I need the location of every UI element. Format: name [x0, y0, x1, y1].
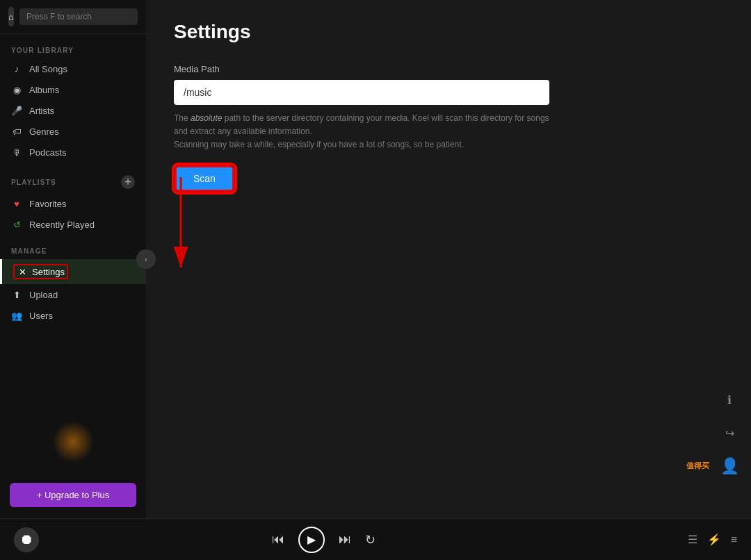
- home-button[interactable]: ⌂: [8, 7, 14, 26]
- artists-icon: 🎤: [11, 105, 22, 116]
- prev-button[interactable]: ⏮: [272, 532, 284, 547]
- upload-label: Upload: [29, 290, 58, 300]
- podcasts-label: Podcasts: [29, 147, 66, 158]
- play-button[interactable]: ▶: [298, 527, 325, 553]
- scan-button[interactable]: Scan: [175, 166, 234, 191]
- sidebar-item-upload[interactable]: ⬆ Upload: [0, 284, 146, 305]
- manage-section-label: MANAGE: [0, 235, 146, 259]
- player-right: ☰ ⚡ ≡: [598, 533, 737, 546]
- media-path-label: Media Path: [174, 64, 549, 74]
- media-path-input[interactable]: [174, 80, 549, 105]
- albums-label: Albums: [29, 85, 59, 95]
- side-icons: ℹ ↪ 👤: [719, 389, 740, 477]
- settings-label: Settings: [32, 267, 65, 277]
- queue-button[interactable]: ☰: [688, 533, 697, 546]
- watermark-text: 值得买: [686, 461, 709, 471]
- playlists-header: PLAYLISTS +: [0, 163, 146, 193]
- recent-icon: ↺: [11, 219, 22, 230]
- add-playlist-button[interactable]: +: [121, 175, 135, 189]
- sidebar-item-albums[interactable]: ◉ Albums: [0, 79, 146, 100]
- player-bar: ⏺ ⏮ ▶ ⏭ ↻ ☰ ⚡ ≡: [0, 518, 751, 560]
- scan-highlight-box: Scan: [174, 165, 235, 192]
- search-input[interactable]: [19, 8, 138, 25]
- upgrade-button[interactable]: + Upgrade to Plus: [10, 483, 136, 507]
- recently-played-label: Recently Played: [29, 220, 95, 230]
- favorites-label: Favorites: [29, 199, 66, 209]
- info-button[interactable]: ℹ: [719, 389, 740, 410]
- sidebar-item-artists[interactable]: 🎤 Artists: [0, 100, 146, 121]
- heart-icon: ♥: [11, 198, 22, 209]
- player-left: ⏺: [14, 527, 49, 552]
- playlists-label: PLAYLISTS: [11, 179, 56, 186]
- users-label: Users: [29, 311, 53, 321]
- logout-button[interactable]: ↪: [719, 422, 740, 443]
- settings-section: Media Path The absolute path to the serv…: [174, 64, 549, 192]
- library-section-label: YOUR LIBRARY: [0, 34, 146, 58]
- main-content: Settings Media Path The absolute path to…: [146, 0, 751, 518]
- sidebar-item-favorites[interactable]: ♥ Favorites: [0, 193, 146, 214]
- album-thumb: ⏺: [14, 527, 39, 552]
- sidebar: ⌂ YOUR LIBRARY ♪ All Songs ◉ Albums 🎤 Ar…: [0, 0, 146, 518]
- bolt-button[interactable]: ⚡: [707, 533, 721, 546]
- repeat-button[interactable]: ↻: [365, 532, 376, 547]
- sidebar-collapse-button[interactable]: ‹: [136, 249, 156, 269]
- settings-icon: ✕: [17, 266, 28, 277]
- albums-icon: ◉: [11, 84, 22, 95]
- page-title: Settings: [174, 21, 723, 43]
- sidebar-item-all-songs[interactable]: ♪ All Songs: [0, 58, 146, 79]
- podcasts-icon: 🎙: [11, 147, 22, 158]
- sidebar-item-recently-played[interactable]: ↺ Recently Played: [0, 214, 146, 235]
- sidebar-item-genres[interactable]: 🏷 Genres: [0, 121, 146, 142]
- player-center: ⏮ ▶ ⏭ ↻: [60, 527, 587, 553]
- upgrade-label: + Upgrade to Plus: [37, 490, 109, 500]
- genres-icon: 🏷: [11, 126, 22, 137]
- sidebar-top: ⌂: [0, 0, 146, 34]
- next-button[interactable]: ⏭: [339, 532, 351, 547]
- watermark: 值得买: [686, 461, 709, 471]
- sidebar-item-users[interactable]: 👥 Users: [0, 305, 146, 326]
- upload-icon: ⬆: [11, 289, 22, 300]
- music-icon: ♪: [11, 63, 22, 74]
- equalizer-button[interactable]: ≡: [731, 534, 737, 546]
- help-text: The absolute path to the server director…: [174, 112, 549, 152]
- artists-label: Artists: [29, 106, 54, 116]
- sidebar-item-podcasts[interactable]: 🎙 Podcasts: [0, 142, 146, 163]
- sidebar-item-settings[interactable]: ✕ Settings: [0, 259, 146, 284]
- all-songs-label: All Songs: [29, 64, 67, 74]
- users-icon: 👥: [11, 310, 22, 321]
- user-avatar-button[interactable]: 👤: [719, 456, 740, 477]
- genres-label: Genres: [29, 126, 59, 137]
